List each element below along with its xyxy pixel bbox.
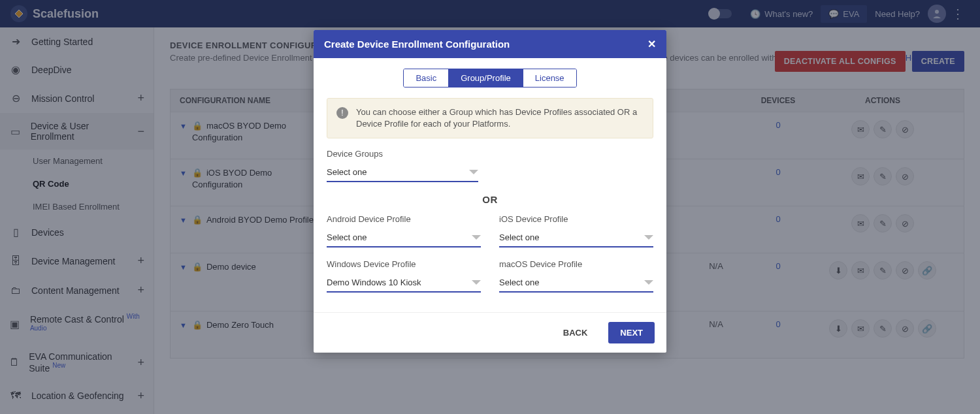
chevron-down-icon — [472, 280, 481, 285]
windows-profile-value: Demo Windows 10 Kiosk — [327, 278, 421, 287]
chevron-down-icon — [644, 235, 653, 240]
create-config-modal: Create Device Enrollment Configuration ✕… — [314, 30, 666, 353]
modal-close-icon[interactable]: ✕ — [647, 38, 656, 50]
tab-basic[interactable]: Basic — [404, 69, 448, 87]
macos-profile-label: macOS Device Profile — [499, 259, 653, 269]
windows-profile-label: Windows Device Profile — [327, 259, 481, 269]
modal-title: Create Device Enrollment Configuration — [324, 39, 510, 50]
tab-license[interactable]: License — [523, 69, 576, 87]
tab-group-profile[interactable]: Group/Profile — [448, 69, 523, 87]
macos-profile-value: Select one — [499, 278, 539, 287]
device-groups-select[interactable]: Select one — [327, 163, 478, 182]
windows-profile-select[interactable]: Demo Windows 10 Kiosk — [327, 273, 481, 293]
info-banner: ! You can choose either a Group which ha… — [327, 98, 653, 138]
ios-profile-select[interactable]: Select one — [499, 228, 653, 247]
android-profile-value: Select one — [327, 232, 367, 242]
info-text: You can choose either a Group which has … — [356, 106, 644, 130]
android-profile-select[interactable]: Select one — [327, 228, 481, 247]
macos-profile-select[interactable]: Select one — [499, 273, 653, 293]
or-divider: OR — [327, 194, 653, 205]
ios-profile-value: Select one — [499, 232, 539, 242]
android-profile-label: Android Device Profile — [327, 214, 481, 224]
chevron-down-icon — [644, 280, 653, 285]
device-groups-value: Select one — [327, 167, 367, 177]
device-groups-label: Device Groups — [327, 149, 653, 159]
ios-profile-label: iOS Device Profile — [499, 214, 653, 224]
chevron-down-icon — [472, 235, 481, 240]
step-tabs: Basic Group/Profile License — [403, 69, 576, 88]
next-button[interactable]: NEXT — [608, 322, 655, 343]
back-button[interactable]: BACK — [551, 322, 600, 343]
info-icon: ! — [336, 107, 348, 119]
chevron-down-icon — [469, 170, 478, 174]
